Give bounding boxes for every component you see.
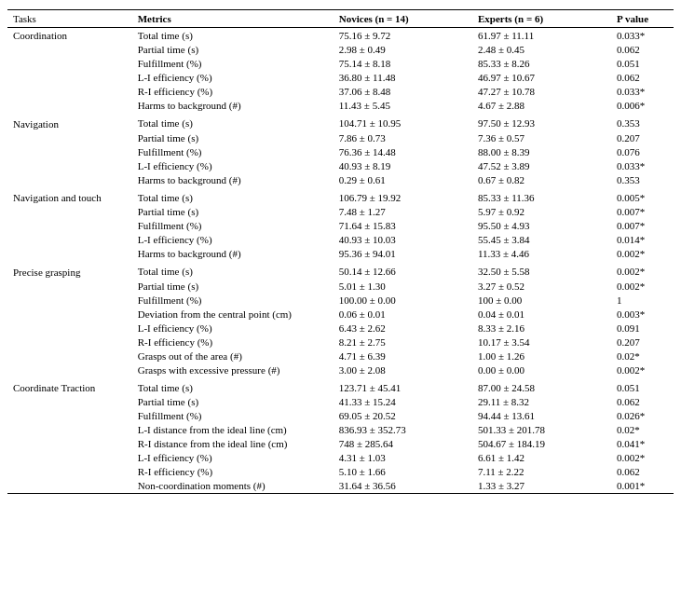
pvalue-value: 0.006* (611, 99, 674, 113)
task-label (7, 144, 132, 158)
pvalue-value: 0.076 (611, 144, 674, 158)
table-row: CoordinationTotal time (s)75.16 ± 9.7261… (7, 28, 674, 43)
metric-label: Fulfillment (%) (132, 219, 334, 233)
novice-value: 836.93 ± 352.73 (334, 423, 472, 437)
pvalue-value: 0.002* (611, 247, 674, 261)
novice-value: 5.01 ± 1.30 (334, 279, 472, 293)
table-row: R-I efficiency (%)8.21 ± 2.7510.17 ± 3.5… (7, 335, 674, 349)
col-header-novices: Novices (n = 14) (334, 10, 472, 28)
task-label (7, 451, 132, 465)
expert-value: 61.97 ± 11.11 (472, 28, 611, 43)
metric-label: Partial time (s) (132, 43, 334, 57)
col-header-metrics: Metrics (132, 10, 334, 28)
metric-label: Partial time (s) (132, 130, 334, 144)
task-label (7, 479, 132, 494)
novice-value: 100.00 ± 0.00 (334, 293, 472, 307)
task-label (7, 423, 132, 437)
expert-value: 10.17 ± 3.54 (472, 335, 611, 349)
task-label (7, 219, 132, 233)
expert-value: 1.00 ± 1.26 (472, 349, 611, 363)
expert-value: 0.00 ± 0.00 (472, 363, 611, 376)
pvalue-value: 0.02* (611, 423, 674, 437)
novice-value: 4.31 ± 1.03 (334, 451, 472, 465)
expert-value: 47.27 ± 10.78 (472, 85, 611, 99)
table-row: Grasps out of the area (#)4.71 ± 6.391.0… (7, 349, 674, 363)
expert-value: 47.52 ± 3.89 (472, 158, 611, 172)
pvalue-value: 0.207 (611, 130, 674, 144)
task-label (7, 363, 132, 376)
task-label (7, 335, 132, 349)
pvalue-value: 0.062 (611, 71, 674, 85)
task-label (7, 233, 132, 247)
table-row: Precise graspingTotal time (s)50.14 ± 12… (7, 265, 674, 280)
col-header-pvalue: P value (611, 10, 674, 28)
pvalue-value: 0.353 (611, 172, 674, 186)
table-row: Partial time (s)2.98 ± 0.492.48 ± 0.450.… (7, 43, 674, 57)
novice-value: 11.43 ± 5.45 (334, 99, 472, 113)
task-label (7, 85, 132, 99)
expert-value: 7.36 ± 0.57 (472, 130, 611, 144)
pvalue-value: 0.041* (611, 437, 674, 451)
task-label (7, 321, 132, 335)
expert-value: 8.33 ± 2.16 (472, 321, 611, 335)
novice-value: 95.36 ± 94.01 (334, 247, 472, 261)
table-row: Harms to background (#)0.29 ± 0.610.67 ±… (7, 172, 674, 186)
metric-label: L-I efficiency (%) (132, 451, 334, 465)
task-label (7, 71, 132, 85)
pvalue-value: 0.001* (611, 479, 674, 494)
metric-label: Total time (s) (132, 116, 334, 131)
col-header-tasks: Tasks (7, 10, 132, 28)
expert-value: 11.33 ± 4.46 (472, 247, 611, 261)
metric-label: Total time (s) (132, 28, 334, 43)
table-row: Grasps with excessive pressure (#)3.00 ±… (7, 363, 674, 376)
novice-value: 7.86 ± 0.73 (334, 130, 472, 144)
pvalue-value: 0.033* (611, 28, 674, 43)
metric-label: Grasps out of the area (#) (132, 349, 334, 363)
pvalue-value: 0.062 (611, 395, 674, 409)
table-row: Partial time (s)7.86 ± 0.737.36 ± 0.570.… (7, 130, 674, 144)
metric-label: R-I distance from the ideal line (cm) (132, 437, 334, 451)
metric-label: Total time (s) (132, 265, 334, 280)
pvalue-value: 0.062 (611, 43, 674, 57)
metric-label: Harms to background (#) (132, 247, 334, 261)
novice-value: 5.10 ± 1.66 (334, 465, 472, 479)
metric-label: Harms to background (#) (132, 172, 334, 186)
table-row: Fulfillment (%)75.14 ± 8.1885.33 ± 8.260… (7, 57, 674, 71)
task-label (7, 158, 132, 172)
expert-value: 501.33 ± 201.78 (472, 423, 611, 437)
metric-label: L-I efficiency (%) (132, 71, 334, 85)
novice-value: 41.33 ± 15.24 (334, 395, 472, 409)
metric-label: Harms to background (#) (132, 99, 334, 113)
metric-label: L-I efficiency (%) (132, 158, 334, 172)
expert-value: 0.04 ± 0.01 (472, 307, 611, 321)
task-label (7, 409, 132, 423)
metric-label: Fulfillment (%) (132, 409, 334, 423)
table-row: Coordinate TractionTotal time (s)123.71 … (7, 380, 674, 395)
pvalue-value: 0.062 (611, 465, 674, 479)
table-row: R-I efficiency (%)37.06 ± 8.4847.27 ± 10… (7, 85, 674, 99)
task-label (7, 437, 132, 451)
table-row: Partial time (s)5.01 ± 1.303.27 ± 0.520.… (7, 279, 674, 293)
table-row: Non-coordination moments (#)31.64 ± 36.5… (7, 479, 674, 494)
task-label: Precise grasping (7, 265, 132, 280)
expert-value: 2.48 ± 0.45 (472, 43, 611, 57)
pvalue-value: 0.002* (611, 265, 674, 280)
metric-label: Fulfillment (%) (132, 293, 334, 307)
novice-value: 6.43 ± 2.62 (334, 321, 472, 335)
metric-label: L-I distance from the ideal line (cm) (132, 423, 334, 437)
table-row: L-I efficiency (%)4.31 ± 1.036.61 ± 1.42… (7, 451, 674, 465)
table-row: Partial time (s)41.33 ± 15.2429.11 ± 8.3… (7, 395, 674, 409)
task-label (7, 349, 132, 363)
metric-label: Total time (s) (132, 380, 334, 395)
expert-value: 87.00 ± 24.58 (472, 380, 611, 395)
expert-value: 55.45 ± 3.84 (472, 233, 611, 247)
task-label (7, 465, 132, 479)
table-row: L-I distance from the ideal line (cm)836… (7, 423, 674, 437)
task-label (7, 307, 132, 321)
expert-value: 6.61 ± 1.42 (472, 451, 611, 465)
task-label (7, 57, 132, 71)
task-label: Coordination (7, 28, 132, 43)
metric-label: Fulfillment (%) (132, 144, 334, 158)
data-table: Tasks Metrics Novices (n = 14) Experts (… (7, 9, 674, 494)
expert-value: 504.67 ± 184.19 (472, 437, 611, 451)
